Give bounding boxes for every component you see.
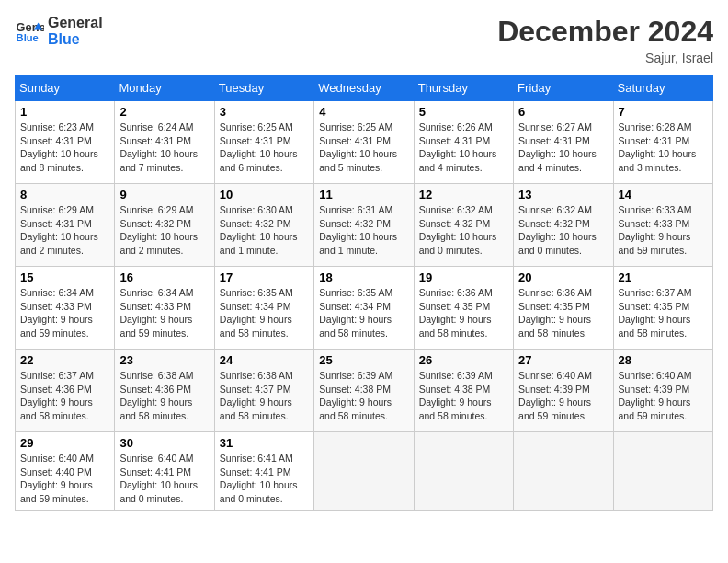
day-of-week-header: Monday [115, 75, 214, 101]
calendar-day-cell: 16 Sunrise: 6:34 AM Sunset: 4:33 PM Dayl… [115, 267, 214, 350]
day-number: 12 [419, 188, 508, 201]
day-of-week-header: Tuesday [214, 75, 313, 101]
logo-blue: Blue [48, 31, 103, 48]
daylight-label: Daylight: 9 hours and 58 minutes. [119, 396, 192, 421]
empty-cell [414, 432, 513, 511]
calendar-day-cell: 6 Sunrise: 6:27 AM Sunset: 4:31 PM Dayli… [514, 101, 613, 184]
page-header: General Blue General Blue December 2024 … [15, 15, 713, 65]
sunset-label: Sunset: 4:35 PM [419, 301, 491, 312]
daylight-label: Daylight: 9 hours and 58 minutes. [619, 314, 691, 339]
daylight-label: Daylight: 9 hours and 59 minutes. [619, 231, 691, 256]
calendar-header-row: SundayMondayTuesdayWednesdayThursdayFrid… [16, 75, 713, 101]
sunrise-label: Sunrise: 6:30 AM [220, 204, 293, 215]
daylight-label: Daylight: 9 hours and 59 minutes. [119, 314, 192, 339]
sunset-label: Sunset: 4:41 PM [220, 466, 291, 477]
daylight-label: Daylight: 9 hours and 59 minutes. [20, 314, 93, 339]
day-info: Sunrise: 6:39 AM Sunset: 4:38 PM Dayligh… [419, 369, 508, 423]
sunset-label: Sunset: 4:33 PM [119, 301, 191, 312]
sunrise-label: Sunrise: 6:39 AM [319, 370, 392, 381]
day-info: Sunrise: 6:29 AM Sunset: 4:32 PM Dayligh… [119, 203, 209, 258]
sunset-label: Sunset: 4:34 PM [319, 301, 391, 312]
day-number: 19 [419, 270, 508, 284]
title-block: December 2024 Sajur, Israel [497, 15, 713, 65]
calendar-day-cell: 11 Sunrise: 6:31 AM Sunset: 4:32 PM Dayl… [314, 184, 414, 267]
calendar-day-cell: 20 Sunrise: 6:36 AM Sunset: 4:35 PM Dayl… [514, 267, 613, 350]
calendar-day-cell: 8 Sunrise: 6:29 AM Sunset: 4:31 PM Dayli… [16, 184, 115, 267]
daylight-label: Daylight: 9 hours and 59 minutes. [20, 479, 93, 504]
sunset-label: Sunset: 4:31 PM [619, 135, 690, 146]
daylight-label: Daylight: 10 hours and 2 minutes. [20, 231, 98, 256]
day-number: 21 [619, 270, 708, 284]
empty-cell [613, 432, 712, 511]
calendar-day-cell: 1 Sunrise: 6:23 AM Sunset: 4:31 PM Dayli… [16, 101, 115, 184]
sunset-label: Sunset: 4:31 PM [518, 135, 590, 146]
daylight-label: Daylight: 9 hours and 58 minutes. [319, 314, 392, 339]
sunset-label: Sunset: 4:32 PM [220, 218, 291, 229]
sunrise-label: Sunrise: 6:29 AM [20, 204, 94, 215]
daylight-label: Daylight: 10 hours and 7 minutes. [119, 148, 198, 173]
daylight-label: Daylight: 9 hours and 59 minutes. [619, 396, 691, 421]
logo-icon: General Blue [15, 17, 44, 46]
calendar-day-cell: 23 Sunrise: 6:38 AM Sunset: 4:36 PM Dayl… [115, 350, 214, 432]
sunset-label: Sunset: 4:34 PM [220, 301, 291, 312]
day-info: Sunrise: 6:26 AM Sunset: 4:31 PM Dayligh… [419, 121, 508, 175]
day-of-week-header: Sunday [16, 75, 115, 101]
calendar-day-cell: 12 Sunrise: 6:32 AM Sunset: 4:32 PM Dayl… [414, 184, 513, 267]
day-of-week-header: Wednesday [314, 75, 414, 101]
sunrise-label: Sunrise: 6:37 AM [619, 287, 692, 298]
sunrise-label: Sunrise: 6:31 AM [319, 204, 392, 215]
sunrise-label: Sunrise: 6:36 AM [518, 287, 592, 298]
day-number: 30 [119, 436, 209, 450]
day-number: 9 [119, 188, 209, 201]
daylight-label: Daylight: 9 hours and 58 minutes. [20, 396, 93, 421]
day-number: 23 [119, 353, 209, 367]
sunset-label: Sunset: 4:33 PM [619, 218, 690, 229]
sunset-label: Sunset: 4:31 PM [20, 218, 92, 229]
calendar-week-row: 1 Sunrise: 6:23 AM Sunset: 4:31 PM Dayli… [16, 101, 713, 184]
daylight-label: Daylight: 10 hours and 5 minutes. [319, 148, 397, 173]
daylight-label: Daylight: 10 hours and 4 minutes. [419, 148, 497, 173]
sunrise-label: Sunrise: 6:32 AM [419, 204, 493, 215]
day-info: Sunrise: 6:38 AM Sunset: 4:37 PM Dayligh… [220, 369, 309, 423]
day-info: Sunrise: 6:28 AM Sunset: 4:31 PM Dayligh… [619, 121, 708, 175]
sunrise-label: Sunrise: 6:27 AM [518, 121, 592, 132]
sunset-label: Sunset: 4:37 PM [220, 384, 291, 395]
calendar-day-cell: 9 Sunrise: 6:29 AM Sunset: 4:32 PM Dayli… [115, 184, 214, 267]
calendar-day-cell: 19 Sunrise: 6:36 AM Sunset: 4:35 PM Dayl… [414, 267, 513, 350]
daylight-label: Daylight: 9 hours and 58 minutes. [220, 314, 292, 339]
day-number: 20 [518, 270, 608, 284]
calendar: SundayMondayTuesdayWednesdayThursdayFrid… [15, 75, 713, 511]
day-number: 7 [619, 105, 708, 119]
calendar-day-cell: 5 Sunrise: 6:26 AM Sunset: 4:31 PM Dayli… [414, 101, 513, 184]
sunrise-label: Sunrise: 6:33 AM [619, 204, 692, 215]
calendar-day-cell: 2 Sunrise: 6:24 AM Sunset: 4:31 PM Dayli… [115, 101, 214, 184]
daylight-label: Daylight: 9 hours and 59 minutes. [518, 396, 591, 421]
day-info: Sunrise: 6:27 AM Sunset: 4:31 PM Dayligh… [518, 121, 608, 175]
calendar-day-cell: 15 Sunrise: 6:34 AM Sunset: 4:33 PM Dayl… [16, 267, 115, 350]
day-number: 3 [220, 105, 309, 119]
daylight-label: Daylight: 9 hours and 58 minutes. [419, 396, 492, 421]
day-info: Sunrise: 6:39 AM Sunset: 4:38 PM Dayligh… [319, 369, 408, 423]
logo: General Blue General Blue [15, 15, 103, 47]
calendar-day-cell: 28 Sunrise: 6:40 AM Sunset: 4:39 PM Dayl… [613, 350, 712, 432]
day-number: 5 [419, 105, 508, 119]
sunset-label: Sunset: 4:31 PM [119, 135, 191, 146]
daylight-label: Daylight: 10 hours and 6 minutes. [220, 148, 298, 173]
sunrise-label: Sunrise: 6:24 AM [119, 121, 193, 132]
day-of-week-header: Friday [514, 75, 613, 101]
sunrise-label: Sunrise: 6:34 AM [20, 287, 94, 298]
daylight-label: Daylight: 9 hours and 58 minutes. [220, 396, 292, 421]
day-info: Sunrise: 6:24 AM Sunset: 4:31 PM Dayligh… [119, 121, 209, 175]
day-info: Sunrise: 6:32 AM Sunset: 4:32 PM Dayligh… [419, 203, 508, 258]
calendar-day-cell: 14 Sunrise: 6:33 AM Sunset: 4:33 PM Dayl… [613, 184, 712, 267]
day-info: Sunrise: 6:34 AM Sunset: 4:33 PM Dayligh… [20, 286, 109, 340]
day-number: 6 [518, 105, 608, 119]
calendar-day-cell: 30 Sunrise: 6:40 AM Sunset: 4:41 PM Dayl… [115, 432, 214, 511]
daylight-label: Daylight: 10 hours and 2 minutes. [119, 231, 198, 256]
sunset-label: Sunset: 4:31 PM [319, 135, 391, 146]
day-number: 2 [119, 105, 209, 119]
day-of-week-header: Thursday [414, 75, 513, 101]
daylight-label: Daylight: 10 hours and 0 minutes. [419, 231, 497, 256]
sunset-label: Sunset: 4:38 PM [319, 384, 391, 395]
calendar-day-cell: 18 Sunrise: 6:35 AM Sunset: 4:34 PM Dayl… [314, 267, 414, 350]
